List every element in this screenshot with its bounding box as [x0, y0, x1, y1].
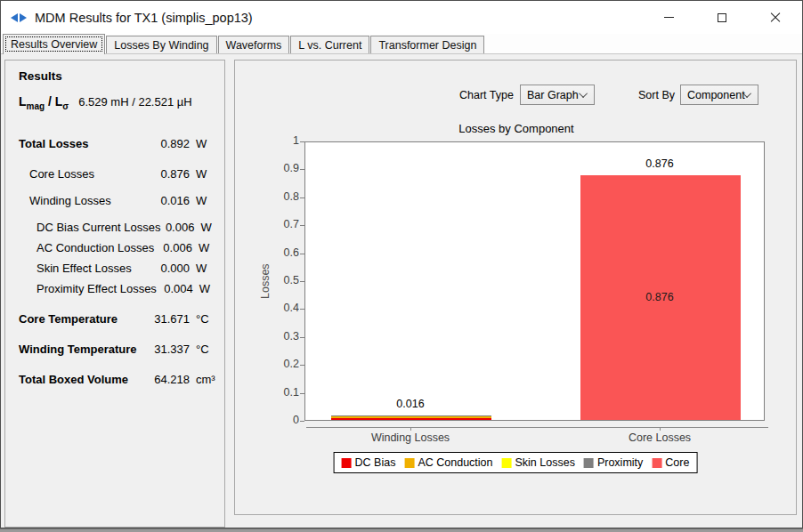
tab-waveforms[interactable]: Waveforms [218, 36, 290, 53]
result-unit: W [190, 167, 219, 181]
inductance-value: 6.529 mH / 22.521 µH [78, 95, 191, 109]
result-value: 64.218 [147, 373, 190, 386]
app-icon-right-arrow [20, 13, 27, 22]
x-axis-line [306, 427, 768, 428]
sort-by-select[interactable]: Component [680, 85, 758, 105]
result-label: Core Losses [5, 167, 147, 181]
sort-by-value: Component [687, 89, 745, 101]
result-value: 0.016 [147, 194, 190, 207]
window-controls [642, 1, 802, 34]
result-unit: W [193, 282, 219, 295]
y-tick-label: 0 [251, 414, 299, 426]
chart-title: Losses by Component [235, 122, 798, 135]
bar-segment-proximity-winding-losses [331, 415, 491, 416]
inductance-sub-sigma: σ [62, 101, 69, 111]
result-row-skin-effect-losses: Skin Effect Losses0.000W [5, 262, 224, 276]
result-value: 0.000 [147, 262, 190, 275]
y-tick-label: 0.7 [251, 218, 299, 230]
legend-item-core: Core [652, 456, 689, 469]
y-tick-mark [300, 169, 304, 170]
y-tick-mark [300, 141, 304, 142]
x-category-label-core-losses: Core Losses [597, 431, 722, 444]
result-unit: W [192, 241, 219, 254]
result-row-winding-temperature: Winding Temperature31.337°C [5, 343, 224, 357]
y-tick-mark [300, 393, 304, 394]
result-row-dc-bias-current-losses: DC Bias Current Losses0.006W [5, 221, 224, 235]
chart-type-value: Bar Graph [527, 89, 579, 101]
bar-value-label-core-losses: 0.876 [606, 157, 713, 170]
tab-results-overview[interactable]: Results Overview [3, 34, 105, 54]
y-tick-mark [300, 309, 304, 310]
y-tick-mark [300, 421, 304, 422]
bar-value-label-winding-losses: 0.016 [357, 398, 464, 410]
result-row-core-losses: Core Losses0.876W [5, 167, 224, 181]
y-tick-mark [300, 197, 304, 198]
result-unit: W [190, 262, 219, 275]
chart-type-label: Chart Type [459, 89, 514, 101]
x-tick-mark [660, 427, 661, 431]
close-icon [770, 12, 781, 23]
inductance-line: Lmag / Lσ6.529 mH / 22.521 µH [19, 94, 192, 111]
y-tick-mark [300, 281, 304, 282]
legend-swatch-ac-conduction [404, 458, 414, 468]
bar-inside-label: 0.876 [606, 291, 713, 303]
result-unit: W [190, 194, 219, 207]
result-label: Core Temperature [5, 312, 147, 326]
bar-segment-dc-bias-winding-losses [331, 418, 491, 420]
result-value: 31.671 [147, 312, 190, 326]
legend-label: AC Conduction [418, 456, 492, 469]
legend-item-dc-bias: DC Bias [342, 456, 396, 469]
result-unit: °C [190, 343, 219, 356]
legend-label: Core [665, 456, 689, 469]
tab-l-vs-current[interactable]: L vs. Current [290, 36, 369, 53]
y-tick-label: 0.9 [251, 162, 299, 174]
y-tick-label: 0.5 [251, 274, 299, 286]
y-tick-mark [300, 225, 304, 226]
desktop-sliver [0, 528, 803, 532]
minimize-button[interactable] [642, 1, 695, 34]
y-tick-label: 0.6 [251, 246, 299, 259]
result-label: Total Losses [5, 137, 147, 150]
result-value: 0.006 [154, 241, 192, 254]
legend-item-proximity: Proximity [584, 456, 643, 469]
plot-area [304, 141, 765, 421]
maximize-button[interactable] [695, 1, 749, 34]
result-row-core-temperature: Core Temperature31.671°C [5, 312, 224, 326]
tab-bar: Results OverviewLosses By WindingWavefor… [1, 34, 802, 54]
y-tick-label: 0.4 [251, 302, 299, 314]
y-tick-label: 1 [251, 134, 299, 147]
bar-segment-ac-conduction-winding-losses [331, 416, 491, 418]
y-tick-mark [300, 254, 304, 254]
result-unit: cm³ [190, 373, 219, 386]
result-row-proximity-effect-losses: Proximity Effect Losses0.004W [5, 282, 224, 296]
y-tick-label: 0.8 [251, 190, 299, 203]
result-value: 0.876 [147, 167, 190, 181]
result-label: Winding Temperature [5, 343, 147, 356]
result-label: Winding Losses [5, 194, 147, 207]
sort-by-label: Sort By [638, 89, 675, 101]
results-rows: Total Losses0.892WCore Losses0.876WWindi… [5, 137, 224, 387]
title-bar: MDM Results for TX1 (simplis_pop13) [1, 1, 802, 34]
x-category-label-winding-losses: Winding Losses [348, 431, 473, 444]
window-title: MDM Results for TX1 (simplis_pop13) [35, 11, 253, 25]
maximize-icon [718, 13, 726, 22]
tab-losses-by-winding[interactable]: Losses By Winding [106, 36, 216, 53]
result-label: AC Conduction Losses [5, 241, 154, 254]
chart-legend: DC BiasAC ConductionSkin LossesProximity… [334, 452, 698, 473]
legend-label: Skin Losses [515, 456, 575, 469]
chart-panel: Chart Type Bar Graph Sort By Component L… [234, 60, 797, 515]
legend-item-skin-losses: Skin Losses [502, 456, 575, 469]
tab-transformer-design[interactable]: Transformer Design [370, 36, 484, 53]
inductance-sub-mag: mag [27, 101, 45, 111]
inductance-symbol-l2: / L [45, 94, 62, 109]
result-unit: W [194, 221, 219, 234]
close-button[interactable] [749, 1, 802, 34]
result-unit: °C [190, 312, 219, 326]
minimize-icon [664, 17, 674, 18]
chart-type-select[interactable]: Bar Graph [520, 85, 595, 105]
legend-swatch-core [652, 458, 661, 468]
result-row-total-boxed-volume: Total Boxed Volume64.218cm³ [5, 373, 224, 387]
legend-swatch-skin-losses [502, 458, 512, 468]
legend-item-ac-conduction: AC Conduction [404, 456, 492, 469]
x-tick-mark [410, 427, 411, 431]
